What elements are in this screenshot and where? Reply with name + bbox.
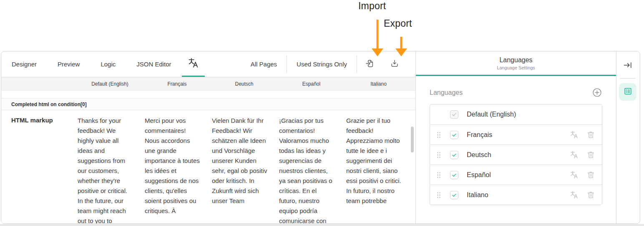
- delete-language-icon[interactable]: [586, 170, 595, 179]
- export-annotation-label: Export: [384, 18, 412, 29]
- languages-section-head: Languages: [430, 87, 602, 98]
- tab-logic[interactable]: Logic: [90, 51, 126, 77]
- main-area: Designer Preview Logic JSON Editor: [1, 51, 416, 223]
- language-settings-tab-button[interactable]: [619, 83, 636, 101]
- drag-handle-icon[interactable]: [437, 192, 441, 198]
- language-row-actions: [570, 170, 595, 179]
- table-row: HTML markup Thanks for your feedback! We…: [1, 110, 415, 224]
- row-label-html-markup: HTML markup: [1, 116, 76, 224]
- language-checkbox: [450, 110, 458, 119]
- column-header-default: Default (English): [76, 81, 143, 87]
- plus-circle-icon: [592, 92, 602, 99]
- import-annotation-label: Import: [358, 0, 386, 12]
- list-grid-icon: [624, 87, 632, 97]
- check-icon: [451, 112, 457, 117]
- collapse-arrow-icon: [623, 63, 632, 71]
- languages-section-label: Languages: [430, 89, 463, 96]
- drag-handle-icon[interactable]: [437, 152, 441, 158]
- language-row-default: Default (English): [430, 104, 602, 124]
- delete-language-icon[interactable]: [586, 190, 595, 199]
- rail-divider: [620, 78, 636, 79]
- collapse-panel-button[interactable]: [623, 61, 632, 69]
- language-label: Español: [467, 171, 491, 179]
- tab-bar: Designer Preview Logic JSON Editor: [1, 51, 415, 77]
- language-row-francais: Français: [430, 124, 602, 145]
- language-checkbox[interactable]: [450, 131, 458, 139]
- language-checkbox[interactable]: [450, 191, 458, 199]
- translation-table: Default (English) Français Deutsch Españ…: [1, 77, 415, 224]
- column-header-francais: Français: [143, 81, 211, 87]
- panel-subtitle: Language Settings: [497, 65, 535, 70]
- machine-translate-icon[interactable]: [570, 170, 579, 179]
- language-label: Default (English): [467, 111, 516, 118]
- toolbar-divider: [357, 56, 357, 73]
- language-row-italiano: Italiano: [430, 185, 602, 205]
- language-label: Français: [467, 131, 492, 139]
- add-language-button[interactable]: [592, 87, 602, 98]
- tab-translation[interactable]: [182, 51, 205, 77]
- language-row-actions: [570, 150, 595, 159]
- language-row-actions: [570, 130, 595, 139]
- check-icon: [451, 132, 457, 138]
- delete-language-icon[interactable]: [586, 130, 595, 139]
- languages-panel-header: Languages Language Settings: [416, 51, 616, 76]
- check-icon: [451, 172, 457, 178]
- column-header-espanol: Español: [278, 81, 345, 87]
- language-label: Deutsch: [467, 151, 491, 159]
- cell-francais[interactable]: Merci pour vos commentaires! Nous accord…: [143, 116, 211, 224]
- side-rail: [616, 51, 639, 223]
- machine-translate-icon[interactable]: [570, 150, 579, 159]
- import-button[interactable]: [365, 60, 374, 69]
- drag-handle-icon[interactable]: [437, 132, 441, 138]
- tab-designer[interactable]: Designer: [1, 51, 47, 77]
- language-label: Italiano: [467, 191, 488, 199]
- cell-espanol[interactable]: ¡Gracias por tus comentarios! Valoramos …: [278, 116, 345, 224]
- all-pages-button[interactable]: All Pages: [241, 61, 287, 68]
- cell-italiano[interactable]: Grazie per il tuo feedback! Apprezziamo …: [345, 116, 412, 224]
- column-header-italiano: Italiano: [345, 81, 412, 87]
- machine-translate-icon[interactable]: [570, 190, 579, 199]
- used-strings-only-button[interactable]: Used Strings Only: [287, 61, 357, 68]
- survey-creator-window: Designer Preview Logic JSON Editor: [1, 51, 640, 224]
- language-row-deutsch: Deutsch: [430, 145, 602, 165]
- languages-panel-body: Languages: [416, 76, 616, 205]
- check-icon: [451, 152, 457, 158]
- delete-language-icon[interactable]: [586, 150, 595, 159]
- panel-title: Languages: [499, 56, 532, 64]
- export-button[interactable]: [390, 60, 399, 69]
- language-list: Default (English) Français: [430, 104, 602, 205]
- column-header-deutsch: Deutsch: [211, 81, 278, 87]
- language-row-espanol: Español: [430, 165, 602, 185]
- tab-json-editor[interactable]: JSON Editor: [126, 51, 181, 77]
- translation-table-header: Default (English) Français Deutsch Españ…: [1, 77, 415, 91]
- language-checkbox[interactable]: [450, 151, 458, 159]
- export-arrow-icon: [395, 37, 408, 57]
- languages-panel: Languages Language Settings Languages: [416, 51, 616, 223]
- import-arrow-icon: [371, 20, 384, 57]
- page-bottom-strip: [0, 224, 644, 226]
- translate-icon: [188, 57, 199, 70]
- language-row-actions: [570, 190, 595, 199]
- tab-preview[interactable]: Preview: [47, 51, 90, 77]
- cell-deutsch[interactable]: Vielen Dank für Ihr Feedback! Wir schätz…: [211, 116, 278, 224]
- drag-handle-icon[interactable]: [437, 172, 441, 178]
- import-icon: [365, 59, 374, 70]
- export-icon: [390, 59, 399, 70]
- check-icon: [451, 192, 457, 198]
- cell-default-english[interactable]: Thanks for your feedback! We highly valu…: [76, 116, 143, 224]
- vertical-scrollbar[interactable]: [411, 127, 414, 152]
- language-checkbox[interactable]: [450, 171, 458, 179]
- machine-translate-icon[interactable]: [570, 130, 579, 139]
- table-section-header[interactable]: Completed html on condition[0]: [1, 98, 415, 110]
